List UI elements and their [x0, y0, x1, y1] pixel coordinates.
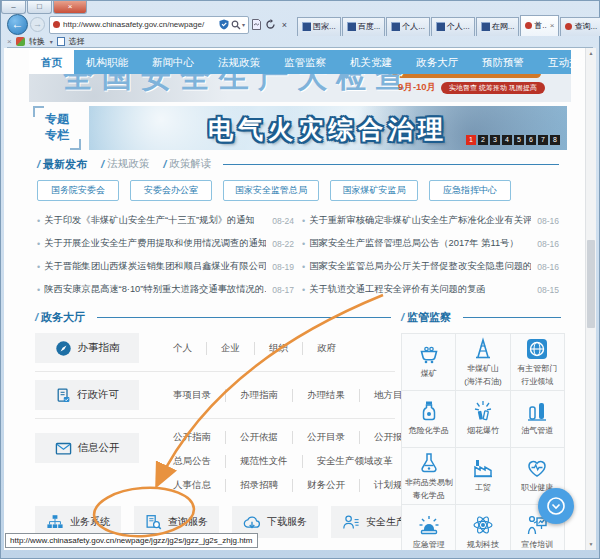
cell-precursor-chemicals[interactable]: 非药品类易制 毒化学品 — [402, 448, 456, 505]
dept-button[interactable]: 国务院安委会 — [37, 180, 119, 201]
scroll-thumb[interactable] — [587, 240, 595, 328]
disclosure-link[interactable]: 公开目录 — [292, 431, 359, 444]
disclosure-link[interactable]: 人事信息 — [159, 479, 225, 492]
admin-permit-label[interactable]: 行政许可 — [35, 380, 139, 410]
pager-dot[interactable]: 1 — [466, 135, 476, 145]
browser-tab[interactable]: 在网... — [476, 17, 520, 36]
select-icon — [57, 37, 65, 46]
info-disclosure-label[interactable]: 信息公开 — [35, 433, 139, 463]
pager-dot[interactable]: 8 — [550, 135, 560, 145]
refresh-button[interactable] — [264, 16, 277, 33]
cell-planning-technology[interactable]: 规划科技 — [456, 505, 510, 550]
guide-link[interactable]: 个人 — [159, 342, 206, 355]
url-text[interactable]: http://www.chinasafety.gov.cn/newpage/ — [63, 20, 217, 29]
guide-link[interactable]: 企业 — [206, 342, 254, 355]
disclosure-link[interactable]: 总局公告 — [159, 455, 225, 468]
permit-link[interactable]: 办理结果 — [292, 389, 359, 402]
news-date: 08-19 — [272, 262, 294, 272]
dept-button[interactable]: 国家安全监管总局 — [223, 180, 319, 201]
cell-fireworks[interactable]: 烟花爆竹 — [456, 391, 510, 448]
pager-dot[interactable]: 2 — [478, 135, 488, 145]
vertical-scrollbar[interactable]: ▲ ▼ — [585, 48, 596, 550]
scroll-down-arrow[interactable]: ▼ — [586, 539, 596, 550]
forward-button[interactable]: → — [30, 17, 45, 32]
news-link[interactable]: 国家安全生产监督管理总局公告（2017年 第11号） — [309, 237, 531, 250]
convert-button[interactable]: 转换 — [29, 36, 45, 47]
news-link[interactable]: 陕西安康京昆高速“8·10”特别重大道路交通事故情况的... — [44, 283, 266, 296]
cell-noncoal-mine[interactable]: 非煤矿山 (海洋石油) — [456, 334, 510, 391]
topic-banner[interactable]: 电气火灾综合治理 1 2 3 4 5 6 7 8 — [89, 106, 567, 150]
plugin-close-icon[interactable]: × — [7, 37, 12, 46]
pager-dot[interactable]: 3 — [490, 135, 500, 145]
back-button[interactable]: ← — [7, 14, 28, 35]
cell-industry-trade[interactable]: 工贸 — [456, 448, 510, 505]
dept-button[interactable]: 安委会办公室 — [130, 180, 212, 201]
nav-item[interactable]: 政务大厅 — [404, 50, 470, 74]
nav-item-home[interactable]: 首页 — [29, 50, 74, 74]
nav-item[interactable]: 机关党建 — [338, 50, 404, 74]
cell-coal-mine[interactable]: 煤矿 — [402, 334, 456, 391]
browser-tab[interactable]: 百度... — [342, 17, 386, 36]
tab-regulations[interactable]: 法规政策 — [107, 157, 149, 171]
pager-dot[interactable]: 5 — [514, 135, 524, 145]
convert-dropdown-caret[interactable]: ▾ — [50, 38, 53, 45]
select-button[interactable]: 选择 — [69, 36, 85, 47]
news-link[interactable]: 关于印发《非煤矿山安全生产“十三五”规划》的通知 — [44, 214, 266, 227]
disclosure-link[interactable]: 规范性文件 — [225, 455, 302, 468]
browser-tab[interactable]: 国家... — [297, 17, 341, 36]
security-shield-icon[interactable] — [219, 19, 229, 30]
search-dropdown-caret[interactable]: ▾ — [242, 21, 245, 28]
dept-button[interactable]: 国家煤矿安监局 — [330, 180, 418, 201]
stop-button[interactable]: × — [278, 16, 291, 33]
permit-link[interactable]: 办理指南 — [225, 389, 292, 402]
pager-dot[interactable]: 7 — [538, 135, 548, 145]
nav-item[interactable]: 监管监察 — [272, 50, 338, 74]
search-icon[interactable] — [231, 20, 241, 30]
nav-item[interactable]: 新闻中心 — [140, 50, 206, 74]
window-controls: – □ × — [1, 1, 87, 14]
disclosure-link[interactable]: 公开依据 — [225, 431, 292, 444]
cell-industry-domains[interactable]: 有主管部门 行业领域 — [511, 334, 565, 391]
browser-tab[interactable]: 查询... — [560, 17, 600, 36]
disclosure-link[interactable]: 财务公开 — [292, 479, 359, 492]
disclosure-link[interactable]: 招录招聘 — [225, 479, 292, 492]
news-link[interactable]: 关于重新审核确定非煤矿山安全生产标准化企业有关评审机... — [309, 214, 531, 227]
disclosure-link[interactable]: 安全生产领域改革 — [302, 455, 407, 468]
nav-item[interactable]: 法规政策 — [206, 50, 272, 74]
close-window-button[interactable]: × — [53, 1, 87, 14]
tab-latest-release[interactable]: 最新发布 — [43, 157, 87, 172]
compatibility-view-button[interactable] — [250, 16, 263, 33]
pager-dot[interactable]: 6 — [526, 135, 536, 145]
service-guide-label[interactable]: 办事指南 — [35, 333, 139, 363]
cell-oil-gas-pipeline[interactable]: 油气管道 — [511, 391, 565, 448]
tab-policy-interpretation[interactable]: 政策解读 — [169, 157, 211, 171]
scroll-up-arrow[interactable]: ▲ — [586, 48, 596, 59]
disclosure-link[interactable]: 公开指南 — [159, 431, 225, 444]
org-chart-icon — [46, 514, 64, 530]
hero-title: 全国安全生产大检查 — [63, 74, 414, 98]
news-link[interactable]: 关于开展企业安全生产费用提取和使用情况调查的通知 — [44, 237, 266, 250]
pager-dot[interactable]: 4 — [502, 135, 512, 145]
guide-link[interactable]: 组织 — [254, 342, 302, 355]
maximize-button[interactable]: □ — [27, 1, 52, 14]
guide-link[interactable]: 政府 — [302, 342, 350, 355]
nav-item[interactable]: 机构职能 — [74, 50, 140, 74]
news-link[interactable]: 关于轨道交通工程安全评价有关问题的复函 — [309, 283, 531, 296]
news-link[interactable]: 关于晋能集团山西煤炭运销集团和顺吕鑫煤业有限公司“8... — [44, 260, 266, 273]
news-link[interactable]: 国家安全监管总局办公厅关于督促整改安全隐患问题的函 — [309, 260, 531, 273]
browser-tab-active[interactable]: 首.. × — [520, 15, 559, 36]
browser-tab[interactable]: 个人... — [431, 17, 475, 36]
permit-link[interactable]: 事项目录 — [159, 389, 225, 402]
tab-close-icon[interactable]: × — [550, 21, 555, 30]
cell-hazardous-chemicals[interactable]: 危险化学品 — [402, 391, 456, 448]
address-bar[interactable]: http://www.chinasafety.gov.cn/newpage/ ▾ — [49, 16, 249, 34]
nav-item[interactable]: 预防预警 — [470, 50, 536, 74]
news-item: • 关于重新审核确定非煤矿山安全生产标准化企业有关评审机... 08-16 — [302, 209, 559, 232]
cell-emergency-management[interactable]: 应急管理 — [402, 505, 456, 550]
browser-tab[interactable]: 个人... — [386, 17, 430, 36]
floating-safety-button[interactable] — [538, 488, 574, 524]
dept-button[interactable]: 应急指挥中心 — [429, 180, 511, 201]
minimize-button[interactable]: – — [1, 1, 26, 14]
hero-banner[interactable]: 全国安全生产大检查 9月-10月 实地督查 统筹推动 巩固提高 — [29, 74, 571, 102]
news-date: 08-16 — [537, 239, 559, 249]
